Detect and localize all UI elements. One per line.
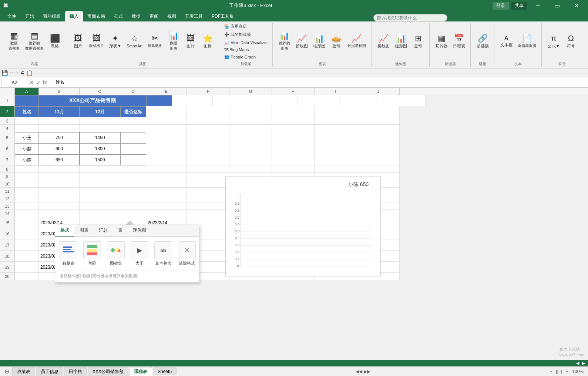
my-addins-button[interactable]: ➕ 我的加载项 xyxy=(223,31,269,38)
cell-a6[interactable]: 小赵 xyxy=(15,143,39,154)
smartart-button[interactable]: ☆ SmartArt xyxy=(124,23,145,60)
screenshot-button[interactable]: ✂ 屏幕截图 xyxy=(145,23,165,60)
cell-j3[interactable] xyxy=(357,117,400,125)
cell-e4[interactable] xyxy=(146,125,187,132)
print-preview-button[interactable]: 🖨 xyxy=(20,70,25,76)
cell-f4[interactable] xyxy=(187,125,229,132)
qa-item-greaterthan[interactable]: ▶ 大于 xyxy=(131,241,148,266)
tab-home[interactable]: 开始 xyxy=(21,11,38,21)
cell-h6[interactable] xyxy=(272,143,315,154)
tab-formulas[interactable]: 公式 xyxy=(110,11,127,21)
cell-d1[interactable] xyxy=(146,95,172,106)
cell-f5[interactable] xyxy=(187,132,229,143)
tab-file[interactable]: 文件 xyxy=(3,11,21,21)
cell-a5[interactable]: 小王 xyxy=(15,132,39,143)
sheet-tab-sheet5[interactable]: Sheet5 xyxy=(153,367,177,375)
cell-j8[interactable] xyxy=(357,165,400,173)
people-graph-button[interactable]: 👥 People Graph xyxy=(223,54,269,60)
cell-a4[interactable] xyxy=(15,125,39,132)
cell-f8[interactable] xyxy=(187,165,229,173)
slicer-button[interactable]: ▦ 切片器 xyxy=(433,23,450,60)
qa-tab-format[interactable]: 格式 xyxy=(55,225,74,236)
cell-d2[interactable]: 是否达标 xyxy=(120,106,146,117)
tab-insert[interactable]: 插入 xyxy=(65,11,83,21)
cell-f6[interactable] xyxy=(187,143,229,154)
qa-tab-table[interactable]: 表 xyxy=(113,225,128,236)
cell-j1[interactable] xyxy=(383,95,426,106)
cancel-formula-icon[interactable]: ✕ xyxy=(29,80,35,85)
sheet-tab-schedule[interactable]: 课程表 xyxy=(129,367,152,376)
confirm-formula-icon[interactable]: ✓ xyxy=(36,80,41,85)
zoom-in-button[interactable]: ＋ xyxy=(565,368,569,375)
cell-d5[interactable] xyxy=(120,132,146,143)
col-header-a[interactable]: A xyxy=(15,88,39,95)
row-num-19[interactable]: 19 xyxy=(0,262,15,273)
cell-d6[interactable] xyxy=(120,143,146,154)
cell-e1[interactable] xyxy=(172,95,213,106)
undo-button[interactable]: ↩ xyxy=(9,70,13,75)
row-num-9[interactable]: 9 xyxy=(0,173,15,180)
formula-input[interactable] xyxy=(54,80,587,85)
table-button[interactable]: ⬛ 表格 xyxy=(47,23,63,60)
sheet-tab-grades[interactable]: 成绩表 xyxy=(12,367,35,376)
cell-c5[interactable]: 1450 xyxy=(80,132,120,143)
cell-e6[interactable] xyxy=(146,143,187,154)
insert-function-icon[interactable]: fx xyxy=(42,80,48,85)
login-button[interactable]: 登录 xyxy=(493,2,509,10)
qa-tab-summary[interactable]: 汇总 xyxy=(94,225,113,236)
cell-h4[interactable] xyxy=(272,125,315,132)
cell-c7[interactable]: 1500 xyxy=(80,154,120,165)
cell-d8[interactable] xyxy=(120,165,146,173)
bar-chart-button[interactable]: 📊 柱形图 xyxy=(311,23,327,60)
tab-data[interactable]: 数据 xyxy=(127,11,145,21)
cell-c4[interactable] xyxy=(80,125,120,132)
row-num-4[interactable]: 4 xyxy=(0,125,15,132)
visio-button[interactable]: 📊 Visio Data Visualizer xyxy=(223,39,269,46)
tab-templates[interactable]: 我的模板 xyxy=(38,11,65,21)
tab-developer[interactable]: 开发工具 xyxy=(181,11,207,21)
cell-d3[interactable] xyxy=(120,117,146,125)
sparkline-line-button[interactable]: 📈 折线图 xyxy=(375,23,392,60)
cell-h2[interactable] xyxy=(272,106,315,117)
cell-a3[interactable] xyxy=(15,117,39,125)
sheet-scroll-right[interactable]: ▶▶ xyxy=(364,369,370,374)
row-num-13[interactable]: 13 xyxy=(0,202,15,210)
zoom-slider[interactable]: ||||| xyxy=(556,369,562,374)
col-header-b[interactable]: B xyxy=(39,88,80,95)
row-num-2[interactable]: 2 xyxy=(0,106,15,117)
sheet-tab-field[interactable]: 田字格 xyxy=(64,367,87,376)
row-num-12[interactable]: 12 xyxy=(0,195,15,202)
cell-b2[interactable]: 11月 xyxy=(39,106,80,117)
cell-e8[interactable] xyxy=(146,165,187,173)
picture2-button[interactable]: 🖼 图片 xyxy=(182,23,199,60)
cell-i1[interactable] xyxy=(340,95,383,106)
cell-b5[interactable]: 750 xyxy=(39,132,80,143)
data-chart-button[interactable]: 📊 数据图表 xyxy=(165,23,182,60)
hyperlink-button[interactable]: 🔗 超链接 xyxy=(474,23,491,60)
cell-f7[interactable] xyxy=(187,154,229,165)
recommended-pivot-button[interactable]: ▤ 推荐的数据透视表 xyxy=(23,23,46,60)
qa-item-clearformat[interactable]: ✕ 清除格式 xyxy=(178,241,196,266)
icons-button[interactable]: ⭐ 图标 xyxy=(199,23,216,60)
cell-b6[interactable]: 600 xyxy=(39,143,80,154)
cell-j4[interactable] xyxy=(357,125,400,132)
row-num-16[interactable]: 16 xyxy=(0,228,15,239)
cell-b4[interactable] xyxy=(39,125,80,132)
cell-g2[interactable] xyxy=(229,106,272,117)
sheet-tab-employees[interactable]: 员工信息 xyxy=(36,367,63,376)
cell-e7[interactable] xyxy=(146,154,187,165)
cell-g7[interactable] xyxy=(229,154,272,165)
col-header-d[interactable]: D xyxy=(120,88,146,95)
cell-e3[interactable] xyxy=(146,117,187,125)
col-header-c[interactable]: C xyxy=(80,88,120,95)
recommended-charts-button[interactable]: 📊 推荐的图表 xyxy=(276,23,293,60)
row-num-5[interactable]: 5 xyxy=(0,132,15,143)
row-num-17[interactable]: 17 xyxy=(0,239,15,251)
qa-item-colorscale[interactable]: 色阶 xyxy=(83,241,101,266)
shapes-button[interactable]: ✦ 形状▼ xyxy=(107,23,124,60)
cell-a8[interactable] xyxy=(15,165,39,173)
cell-b8[interactable] xyxy=(39,165,80,173)
tab-view[interactable]: 视图 xyxy=(163,11,181,21)
col-header-f[interactable]: F xyxy=(187,88,229,95)
cell-b3[interactable] xyxy=(39,117,80,125)
